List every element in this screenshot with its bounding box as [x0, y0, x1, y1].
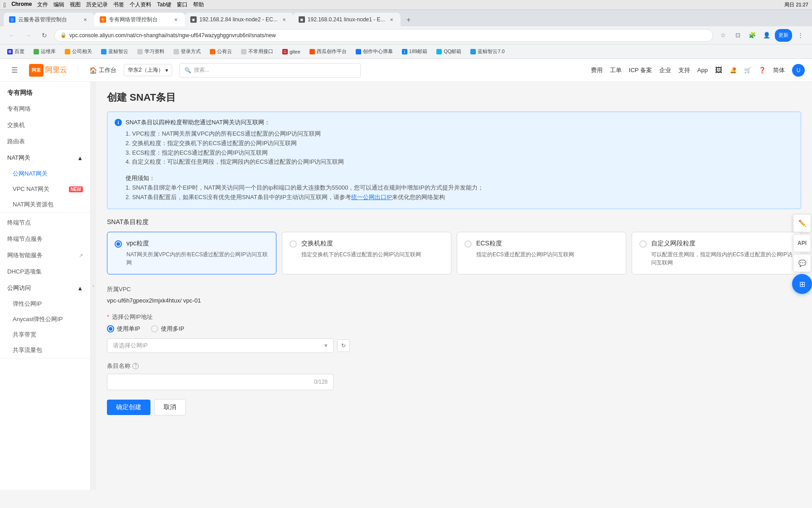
name-help-icon[interactable]: ? [132, 363, 139, 369]
top-search-bar[interactable]: 🔍 搜索... [179, 63, 361, 78]
bookmark-baidu[interactable]: B 百度 [4, 47, 28, 56]
nav-action-feiyong[interactable]: 费用 [591, 66, 603, 74]
float-edit-button[interactable]: ✏️ [793, 214, 811, 232]
bookmark-xigua[interactable]: 西瓜创作平台 [306, 47, 350, 56]
workbench-link[interactable]: 🏠 工作台 [89, 66, 116, 74]
nav-action-qiye[interactable]: 企业 [659, 66, 671, 74]
granularity-card-custom[interactable]: 自定义网段粒度 可以配置任意网段，指定网段内的ECS通过配置的公网IP访问互联网 [632, 232, 801, 274]
nav-action-bell[interactable]: 🔔 [730, 67, 737, 73]
profile-button[interactable]: 👤 [760, 29, 773, 42]
vpc-value: vpc-uf6h7gpeox2lmjxk4htux/ vpc-01 [107, 297, 801, 304]
nav-action-gongdan[interactable]: 工单 [610, 66, 622, 74]
apple-icon[interactable]:  [4, 1, 6, 9]
nav-action-cart[interactable]: 🛒 [744, 67, 751, 73]
bookmark-api[interactable]: 不常用接口 [237, 47, 277, 56]
nav-action-app[interactable]: App [697, 67, 708, 73]
refresh-button[interactable]: ↻ [337, 339, 350, 352]
nav-action-help[interactable]: ❓ [759, 67, 766, 73]
bookmark-chuangzuo[interactable]: 创作中心弹幕 [352, 47, 396, 56]
bookmark-icon-api [241, 49, 246, 54]
sidebar-item-network-intel[interactable]: 网络智能服务 ↗ [0, 247, 90, 264]
bookmark-gitee[interactable]: G gitee [279, 48, 304, 55]
bookmark-qqmail[interactable]: QQ邮箱 [433, 47, 465, 56]
float-chat-button[interactable]: 💬 [793, 254, 811, 272]
sidebar-subitem-nat-resources[interactable]: NAT网关资源包 [0, 197, 90, 212]
forward-button[interactable]: → [22, 29, 34, 42]
sidebar-group-nat-header[interactable]: NAT网关 ▲ [0, 150, 90, 166]
cancel-button[interactable]: 取消 [154, 399, 186, 415]
sidebar-item-endpoint-service[interactable]: 终端节点服务 [0, 231, 90, 247]
info-item-2: 2. 交换机粒度：指定交换机下的ECS通过配置的公网IP访问互联网 [126, 139, 483, 148]
nav-action-zhichi[interactable]: 支持 [678, 66, 690, 74]
bookmark-star-button[interactable]: ☆ [717, 29, 730, 42]
sidebar-item-switch[interactable]: 交换机 [0, 117, 90, 133]
chrome-menu[interactable]: Chrome [11, 1, 32, 9]
bookmark-login[interactable]: 登录方式 [170, 47, 204, 56]
bookmark-189mail[interactable]: 1 189邮箱 [398, 47, 431, 56]
region-selector[interactable]: 华东2（上海） ▾ [124, 64, 172, 76]
tab-cloud-server[interactable]: 云 云服务器管理控制台 ✕ [4, 13, 94, 26]
nav-action-image[interactable]: 🖼 [715, 66, 722, 74]
sidebar-group-public-header[interactable]: 公网访问 ▲ [0, 280, 90, 296]
sidebar-item-routing[interactable]: 路由表 [0, 133, 90, 150]
screen-cast-button[interactable]: ⊡ [731, 29, 744, 42]
tab-close-4[interactable]: ✕ [388, 16, 395, 23]
granularity-card-vpc[interactable]: vpc粒度 NAT网关所属VPC内的所有ECS通过配置的公网IP访问互联网 [107, 232, 276, 274]
tab-vpc[interactable]: 专 专有网络管理控制台 ✕ [94, 13, 185, 26]
radio-multi-ip[interactable]: 使用多IP [151, 325, 184, 333]
sidebar-subitem-bandwidth[interactable]: 共享带宽 [0, 327, 90, 342]
bookmarks-menu[interactable]: 书签 [113, 1, 124, 9]
unified-ip-link[interactable]: 统一公网出口IP [351, 194, 392, 200]
window-menu[interactable]: 窗口 [177, 1, 188, 9]
sidebar-subitem-traffic[interactable]: 共享流量包 [0, 342, 90, 358]
bookmark-lankuai2[interactable]: 蓝鲸智云7.0 [467, 47, 508, 56]
extensions-button[interactable]: 🧩 [746, 29, 759, 42]
new-tab-button[interactable]: + [402, 14, 415, 26]
granularity-card-ecs[interactable]: ECS粒度 指定的ECS通过配置的公网IP访问互联网 [457, 232, 626, 274]
reload-button[interactable]: ↻ [38, 29, 51, 42]
url-bar[interactable]: 🔒 vpc.console.aliyun.com/nat/cn-shanghai… [54, 29, 713, 42]
public-ip-dropdown[interactable]: 请选择公网IP ▾ [107, 338, 334, 353]
bookmark-yunwei[interactable]: 运维库 [30, 47, 59, 56]
bookmark-learn[interactable]: 学习资料 [134, 47, 168, 56]
sidebar-label-routing: 路由表 [7, 137, 25, 146]
help-menu[interactable]: 帮助 [193, 1, 204, 9]
update-button[interactable]: 更新 [775, 29, 792, 42]
tab-close-1[interactable]: ✕ [82, 16, 89, 23]
float-api-button[interactable]: API [793, 234, 811, 252]
bookmark-lankuai[interactable]: 蓝鲸智云 [97, 47, 132, 56]
sidebar-subitem-vpc-nat[interactable]: VPC NAT网关 NEW [0, 181, 90, 197]
hamburger-button[interactable]: ☰ [7, 63, 22, 78]
tab-ssh-1[interactable]: ▣ 192.168.2.84 linux-node2 - EC... ✕ [185, 13, 293, 26]
name-input[interactable]: 0/128 [107, 374, 334, 390]
edit-menu[interactable]: 编辑 [53, 1, 64, 9]
history-menu[interactable]: 历史记录 [86, 1, 108, 9]
sidebar-item-endpoint[interactable]: 终端节点 [0, 215, 90, 231]
file-menu[interactable]: 文件 [37, 1, 48, 9]
view-menu[interactable]: 视图 [70, 1, 81, 9]
sidebar-subitem-eip[interactable]: 弹性公网IP [0, 296, 90, 312]
bookmark-aliyun[interactable]: 公有云 [206, 47, 236, 56]
sidebar-collapse-toggle[interactable]: ‹ [91, 82, 96, 490]
nav-action-icp[interactable]: ICP 备案 [629, 66, 652, 74]
confirm-create-button[interactable]: 确定创建 [107, 400, 150, 415]
float-grid-button[interactable]: ⊞ [792, 274, 812, 294]
bookmark-company[interactable]: 公司相关 [61, 47, 96, 56]
sidebar-subitem-public-nat[interactable]: 公网NAT网关 [0, 166, 90, 181]
profile-menu[interactable]: 个人资料 [130, 1, 151, 9]
tab-close-3[interactable]: ✕ [280, 16, 288, 23]
menu-dots-button[interactable]: ⋮ [794, 29, 807, 42]
name-input-row: 0/128 [107, 374, 801, 390]
back-button[interactable]: ← [5, 29, 18, 42]
sidebar-subitem-anycast[interactable]: Anycast弹性公网IP [0, 312, 90, 327]
sidebar-item-dhcp[interactable]: DHCP选项集 [0, 264, 90, 280]
granularity-card-switch[interactable]: 交换机粒度 指定交换机下的ECS通过配置的公网IP访问互联网 [282, 232, 451, 274]
tab-ssh-2[interactable]: ▣ 192.168.0.241 linux-node1 - E... ✕ [293, 13, 401, 26]
nav-action-lang[interactable]: 简体 [773, 66, 785, 74]
user-avatar[interactable]: U [792, 64, 805, 77]
radio-single-ip[interactable]: 使用单IP [107, 325, 140, 333]
name-label: 条目名称 ? [107, 362, 801, 370]
tab-menu[interactable]: Tab键 [157, 1, 171, 9]
tab-close-2[interactable]: ✕ [172, 16, 179, 23]
sidebar-item-vpc[interactable]: 专有网络 [0, 101, 90, 117]
